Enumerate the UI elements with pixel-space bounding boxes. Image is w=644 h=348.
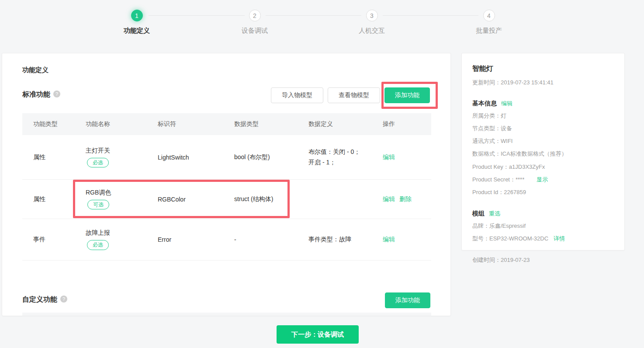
- step-4-circle[interactable]: 4: [483, 10, 495, 21]
- cell-name: 故障上报 必选: [86, 229, 158, 250]
- step-3-circle[interactable]: 3: [366, 10, 378, 21]
- step-4-number: 4: [487, 12, 491, 19]
- col-header-datatype: 数据类型: [234, 120, 308, 128]
- cell-datatype: bool (布尔型): [234, 153, 308, 161]
- function-name: RGB调色: [86, 189, 111, 197]
- cell-type: 属性: [22, 153, 86, 161]
- table-row: 属性 主灯开关 必选 LightSwitch bool (布尔型) 布尔值：关闭…: [22, 135, 431, 180]
- module-model-value: 型号：ESP32-WROOM-32DC: [472, 235, 548, 242]
- custom-functions-header: 自定义功能?: [22, 295, 67, 304]
- cell-type: 属性: [22, 195, 86, 203]
- step-2: 2 设备调试: [220, 10, 290, 35]
- table-header-row: 功能类型 功能名称 标识符 数据类型 数据定义 操作: [22, 113, 431, 135]
- cell-actions: 编辑: [383, 153, 431, 161]
- cell-name: 主灯开关 必选: [86, 147, 158, 167]
- product-id-row: Product Id：2267859: [472, 188, 614, 197]
- step-2-label: 设备调试: [220, 27, 290, 35]
- module-brand-row: 品牌：乐鑫/Espressif: [472, 222, 614, 230]
- col-header-type: 功能类型: [22, 120, 86, 128]
- cell-datatype: struct (结构体): [234, 195, 308, 203]
- basic-info-title: 基本信息: [472, 100, 497, 107]
- category-row: 所属分类：灯: [472, 111, 614, 120]
- standard-functions-table: 功能类型 功能名称 标识符 数据类型 数据定义 操作 属性 主灯开关 必选 Li…: [22, 113, 431, 261]
- updated-time: 更新时间：2019-07-23 15:41:41: [472, 79, 614, 87]
- step-2-number: 2: [253, 12, 256, 19]
- standard-functions-header: 标准功能?: [22, 90, 60, 99]
- basic-info-edit-link[interactable]: 编辑: [501, 100, 512, 107]
- function-definition-card: 功能定义 标准功能? 导入物模型 查看物模型 添加功能 功能类型 功能名称 标识…: [2, 53, 451, 316]
- col-header-name: 功能名称: [86, 120, 158, 128]
- required-badge: 必选: [87, 158, 109, 167]
- edit-link[interactable]: 编辑: [383, 236, 395, 244]
- cell-definition: 事件类型：故障: [308, 234, 383, 244]
- cell-actions: 编辑 删除: [383, 195, 431, 203]
- standard-functions-title: 标准功能: [22, 90, 50, 98]
- standard-toolbar: 导入物模型 查看物模型 添加功能: [271, 87, 430, 103]
- module-model-row: 型号：ESP32-WROOM-32DC详情: [472, 234, 614, 243]
- step-3-number: 3: [370, 12, 374, 19]
- import-model-button[interactable]: 导入物模型: [271, 87, 323, 103]
- delete-link[interactable]: 删除: [399, 195, 412, 203]
- cell-actions: 编辑: [383, 236, 431, 244]
- node-type-row: 节点类型：设备: [472, 124, 614, 133]
- table-row: 事件 故障上报 必选 Error - 事件类型：故障 编辑: [22, 219, 431, 261]
- step-1-label: 功能定义: [102, 27, 172, 35]
- next-step-button[interactable]: 下一步：设备调试: [277, 325, 359, 344]
- function-name: 故障上报: [86, 229, 110, 237]
- module-detail-link[interactable]: 详情: [554, 235, 565, 242]
- cell-definition: 布尔值：关闭 - 0；开启 - 1；: [308, 147, 383, 167]
- product-secret-value: Product Secret：****: [472, 176, 524, 183]
- created-time: 创建时间：2019-07-23: [472, 256, 614, 264]
- cell-type: 事件: [22, 236, 86, 244]
- col-header-definition: 数据定义: [308, 120, 383, 128]
- module-header: 模组重选: [472, 210, 614, 218]
- page: 1 功能定义 2 设备调试 3 人机交互 4 批量投产 功能定义 标准功能? 导…: [0, 0, 644, 348]
- cell-name: RGB调色 可选: [86, 189, 158, 209]
- product-secret-row: Product Secret：****显示: [472, 175, 614, 184]
- step-1-circle[interactable]: 1: [131, 10, 143, 21]
- function-name: 主灯开关: [86, 147, 110, 155]
- card-title: 功能定义: [22, 66, 48, 74]
- custom-functions-title: 自定义功能: [22, 296, 57, 303]
- cell-identifier: RGBColor: [158, 196, 234, 203]
- col-header-identifier: 标识符: [158, 120, 234, 128]
- step-2-circle[interactable]: 2: [249, 10, 261, 21]
- cell-identifier: LightSwitch: [158, 154, 234, 161]
- show-secret-link[interactable]: 显示: [537, 176, 548, 183]
- stepper: 1 功能定义 2 设备调试 3 人机交互 4 批量投产: [0, 0, 644, 49]
- required-badge: 必选: [87, 240, 109, 250]
- edit-link[interactable]: 编辑: [383, 195, 395, 203]
- data-format-row: 数据格式：ICA标准数据格式（推荐）: [472, 150, 614, 158]
- view-model-button[interactable]: 查看物模型: [328, 87, 380, 103]
- cell-datatype: -: [234, 236, 308, 243]
- step-3: 3 人机交互: [337, 10, 407, 35]
- step-1-number: 1: [135, 12, 138, 19]
- cell-identifier: Error: [158, 236, 234, 243]
- product-info-card: 智能灯 更新时间：2019-07-23 15:41:41 基本信息编辑 所属分类…: [461, 53, 625, 251]
- step-4-label: 批量投产: [454, 27, 524, 35]
- step-1: 1 功能定义: [102, 10, 172, 35]
- product-name: 智能灯: [472, 64, 614, 73]
- custom-table-header-strip: [22, 313, 431, 316]
- basic-info-header: 基本信息编辑: [472, 100, 614, 108]
- step-3-label: 人机交互: [337, 27, 407, 35]
- help-icon[interactable]: ?: [53, 90, 60, 97]
- table-row: 属性 RGB调色 可选 RGBColor struct (结构体) 编辑 删除: [22, 180, 431, 219]
- module-title: 模组: [472, 210, 485, 217]
- add-function-button[interactable]: 添加功能: [384, 87, 430, 103]
- step-4: 4 批量投产: [454, 10, 524, 35]
- help-icon[interactable]: ?: [60, 296, 67, 303]
- optional-badge: 可选: [87, 200, 109, 209]
- col-header-actions: 操作: [383, 120, 431, 128]
- module-reselect-link[interactable]: 重选: [489, 210, 500, 217]
- product-key-row: Product Key：a1JD3X3ZyFx: [472, 163, 614, 171]
- edit-link[interactable]: 编辑: [383, 153, 395, 161]
- custom-add-function-button[interactable]: 添加功能: [385, 292, 430, 308]
- comm-row: 通讯方式：WIFI: [472, 137, 614, 146]
